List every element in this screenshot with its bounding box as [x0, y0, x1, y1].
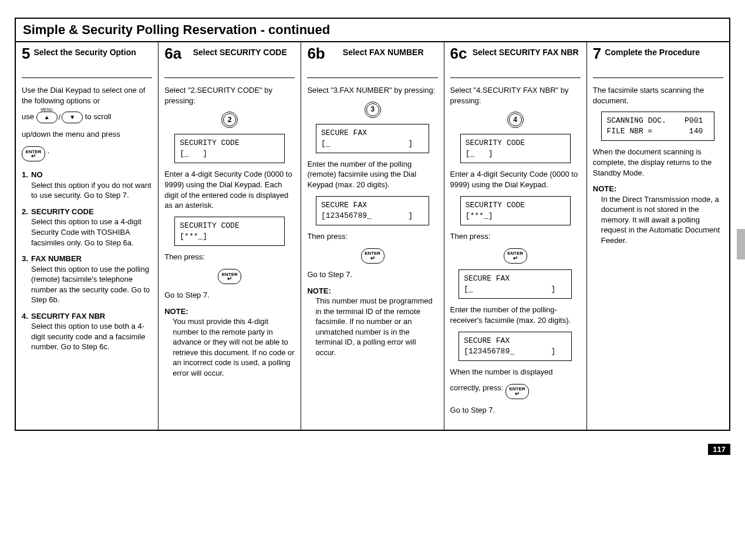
enter-key[interactable]: ENTER↵	[361, 248, 385, 264]
step-5-options: 1. NO Select this option if you do not w…	[22, 170, 152, 352]
text: Go to Step 7.	[450, 405, 581, 416]
note-body: In the Direct Transmission mode, a docum…	[593, 194, 723, 246]
opt-title: NO	[31, 170, 43, 179]
col-step-7: 7 Complete the Procedure The facsimile s…	[586, 42, 729, 430]
step-6b-number: 6b	[307, 46, 325, 61]
step-7-number: 7	[593, 46, 601, 61]
page-number: 117	[708, 444, 730, 455]
list-item: 1. NO Select this option if you do not w…	[22, 170, 152, 201]
step-6b-title: Select FAX NUMBER	[329, 46, 438, 58]
enter-key[interactable]: ENTER↵	[505, 384, 529, 399]
list-item: 4. SECURITY FAX NBR Select this option t…	[22, 311, 152, 352]
text: Then press:	[450, 231, 581, 242]
menu-label: MENU	[41, 107, 53, 112]
lcd-display: SECURITY CODE [***_]	[460, 196, 571, 225]
lcd-display: SECURITY CODE [_ ]	[174, 134, 285, 163]
text: Go to Step 7.	[164, 290, 295, 301]
enter-key[interactable]: ENTER↵	[218, 269, 241, 284]
opt-body: Select this option to use a 4-digit Secu…	[31, 217, 152, 248]
opt-body: Select this option to use both a 4-digit…	[31, 321, 152, 352]
note: NOTE: In the Direct Transmission mode, a…	[593, 184, 723, 245]
step-6c-number: 6c	[450, 46, 467, 61]
opt-num: 3.	[22, 254, 28, 264]
lcd-display: SECURE FAX [_ ]	[316, 124, 429, 153]
keypad-4[interactable]: 4	[507, 112, 524, 128]
step-5-intro-d: up/down the menu and press	[22, 129, 152, 140]
opt-title: SECURITY CODE	[31, 207, 94, 216]
step-5-title: Select the Security Option	[33, 46, 152, 58]
list-item: 3. FAX NUMBER Select this option to use …	[22, 254, 152, 305]
note-body: You must provide this 4-digit number to …	[164, 316, 295, 378]
text: When the document scanning is complete, …	[593, 147, 723, 178]
menu-up-key[interactable]: MENU▲	[36, 112, 58, 123]
lcd-display: SECURE FAX [_ ]	[459, 269, 572, 299]
opt-body: Select this option if you do not want to…	[31, 180, 152, 201]
step-5-intro-a: Use the Dial Keypad to select one of the…	[22, 85, 152, 106]
col-step-6b: 6b Select FAX NUMBER Select "3.FAX NUMBE…	[301, 42, 443, 430]
thumb-tab	[737, 229, 745, 259]
lcd-display: SCANNING DOC. P001 FILE NBR = 140	[601, 112, 714, 141]
lcd-display: SECURITY CODE [_ ]	[460, 134, 571, 163]
text: Enter the number of the polling (remote)…	[307, 159, 437, 190]
note: NOTE: This number must be programmed in …	[307, 286, 437, 358]
note-label: NOTE:	[307, 286, 331, 295]
step-7-title: Complete the Procedure	[605, 46, 723, 58]
step-5-intro-line: use MENU▲ / ▼ to scroll	[22, 112, 152, 123]
step-6a-number: 6a	[164, 46, 181, 61]
note: NOTE: You must provide this 4-digit numb…	[164, 306, 295, 379]
text: Enter a 4-digit Security Code (0000 to 9…	[450, 169, 581, 190]
opt-num: 2.	[22, 207, 28, 217]
col-step-6c: 6c Select SECURITY FAX NBR Select "4.SEC…	[444, 42, 586, 430]
text: Select "4.SECURITY FAX NBR" by pressing:	[450, 85, 581, 106]
keypad-2[interactable]: 2	[221, 112, 238, 128]
text: The facsimile starts scanning the docume…	[593, 85, 723, 106]
text: Enter a 4-digit Security Code (0000 to 9…	[164, 169, 295, 210]
text: Then press:	[164, 252, 295, 262]
text: Go to Step 7.	[307, 269, 437, 280]
columns: 5 Select the Security Option Use the Dia…	[16, 42, 729, 430]
lcd-display: SECURE FAX [123456789_ ]	[316, 196, 429, 225]
text: correctly, press: ENTER↵	[450, 383, 581, 399]
opt-title: SECURITY FAX NBR	[31, 312, 105, 321]
opt-num: 4.	[22, 311, 28, 322]
opt-num: 1.	[22, 170, 28, 180]
text: to scroll	[85, 113, 112, 122]
page-frame: Simple & Security Polling Reservation - …	[15, 18, 730, 431]
enter-key[interactable]: ENTER↵	[22, 146, 45, 161]
page-title-bar: Simple & Security Polling Reservation - …	[16, 19, 729, 42]
lcd-display: SECURITY CODE [***_]	[174, 217, 285, 246]
text: Select "2.SECURITY CODE" by pressing:	[164, 85, 295, 106]
step-5-number: 5	[22, 46, 30, 61]
step-6a-title: Select SECURITY CODE	[185, 46, 295, 58]
page-number-container: 117	[15, 444, 730, 455]
col-step-6a: 6a Select SECURITY CODE Select "2.SECURI…	[158, 42, 301, 430]
lcd-display: SECURE FAX [123456789_ ]	[459, 332, 572, 361]
keypad-3[interactable]: 3	[365, 102, 381, 118]
text: Select "3.FAX NUMBER" by pressing:	[307, 85, 437, 96]
list-item: 2. SECURITY CODE Select this option to u…	[22, 207, 152, 248]
text: correctly, press:	[450, 383, 504, 392]
text: Then press:	[307, 231, 437, 242]
enter-key[interactable]: ENTER↵	[504, 248, 527, 264]
step-6c-title: Select SECURITY FAX NBR	[471, 46, 581, 58]
col-step-5: 5 Select the Security Option Use the Dia…	[16, 42, 158, 430]
opt-body: Select this option to use the polling (r…	[31, 264, 152, 305]
menu-down-key[interactable]: ▼	[62, 112, 83, 123]
note-body: This number must be programmed in the te…	[307, 296, 437, 357]
page-title: Simple & Security Polling Reservation - …	[23, 22, 722, 38]
text: When the number is displayed	[450, 367, 581, 377]
text: Enter the number of the polling-receiver…	[450, 305, 581, 325]
note-label: NOTE:	[593, 184, 616, 193]
text: use	[22, 113, 34, 122]
opt-title: FAX NUMBER	[31, 254, 82, 263]
note-label: NOTE:	[164, 307, 188, 316]
